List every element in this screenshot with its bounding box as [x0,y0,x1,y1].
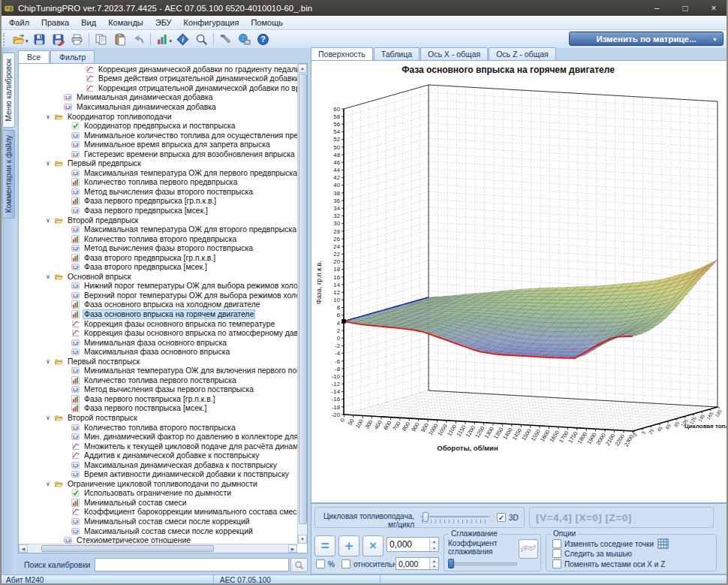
search-input[interactable] [95,558,289,571]
tree-item[interactable]: Использовать ограничение по дымности [19,489,297,499]
undo-icon[interactable] [129,32,148,47]
tree-item[interactable]: 12Максимальная динамическая добавка [19,102,297,112]
search-button[interactable] [290,558,308,572]
slider-thumb[interactable] [448,559,454,568]
tree-folder[interactable]: ∨Второй поствпрыск [19,413,297,423]
tree-item[interactable]: Фаза первого предвпрыска [гр.п.к.в.] [19,197,297,207]
percent-checkbox[interactable]: % [316,559,335,568]
tree-item[interactable]: 12Максимальный состав смеси после коррек… [19,526,297,536]
tree-item[interactable]: Количество топлива первого предвпрыска [19,178,297,188]
tree-item[interactable]: 12Время активности динамической добавки … [19,470,297,480]
tree-item[interactable]: 12Верхний порог температуры ОЖ для выбор… [19,291,297,300]
smoothing-slider[interactable] [448,559,517,569]
tree-item[interactable]: 12Фаза второго предвпрыска [мсек.] [19,262,297,272]
tree-item[interactable]: Коррекция отрицательной динамической доб… [19,83,297,93]
chevron-expanded-icon[interactable]: ∨ [46,113,55,120]
tree-item[interactable]: Фаза второго предвпрыска [гр.п.к.в.] [19,253,297,263]
menu-item-Файл[interactable]: Файл [3,17,35,29]
option-checkbox-2[interactable]: Поменять местами оси X и Z [552,559,665,568]
copy-icon[interactable] [92,32,110,47]
network-icon[interactable] [235,32,254,47]
chevron-expanded-icon[interactable]: ∨ [46,415,55,421]
tree-item[interactable]: Коррекция фазы основного впрыска по атмо… [19,328,297,338]
save-as-icon[interactable] [49,32,68,47]
tab-Ось Z - общая[interactable]: Ось Z - общая [489,47,556,60]
tree-item[interactable]: 12Стехиометрическое отношение [19,535,297,544]
spin-up-icon[interactable]: ▲ [430,558,438,564]
tree-item[interactable]: Множитель к текущей цикловой подаче для … [19,442,297,451]
scrollbar-thumb[interactable] [41,545,214,552]
tree-item[interactable]: 12Минимальное время впрыска для запрета … [19,140,297,149]
tree-item[interactable]: Количество топлива второго предвпрыска [19,234,297,244]
tree-item[interactable]: Фаза первого поствпрыска [гр.п.к.в.] [19,394,297,404]
apply-smoothing-button[interactable] [519,539,538,559]
tree-item[interactable]: Коррекция фазы основного впрыска по темп… [19,319,297,329]
menu-item-Вид[interactable]: Вид [75,17,102,29]
tree-folder[interactable]: ∨Первый поствпрыск [19,357,297,366]
tree-item[interactable]: 12Метод вычисления фазы второго поствпры… [19,243,297,253]
tree-item[interactable]: 12Минимальная динамическая добавка [19,93,297,103]
tools-icon[interactable] [216,32,235,47]
spin-down-icon[interactable]: ▼ [430,544,438,551]
scroll-left-icon[interactable]: ◀ [19,544,28,553]
scroll-right-icon[interactable]: ▶ [288,544,297,553]
3d-checkbox[interactable]: ✓3D [497,513,519,522]
option-checkbox-0[interactable]: Изменять соседние точки [552,538,669,549]
tree-item[interactable]: Минимальный состав смеси [19,498,297,508]
chevron-expanded-icon[interactable]: ∨ [46,481,55,487]
tree-item[interactable]: Коррекция динамической добавки по градие… [19,65,297,74]
spin-up-icon[interactable]: ▲ [430,538,438,544]
tree-item[interactable]: 12Максимальная фаза основного впрыска [19,347,297,357]
chevron-expanded-icon[interactable]: ∨ [46,358,55,365]
tree-item[interactable]: Фаза основного впрыска на горячем двигат… [19,309,297,319]
spin-down-icon[interactable]: ▼ [430,564,438,570]
tree-item[interactable]: 12Минимальная температура ОЖ для включен… [19,366,297,376]
tree-vertical-scrollbar[interactable]: ▲ ▼ [297,64,307,544]
tree-item[interactable]: Фаза основного впрыска на холодном двига… [19,300,297,310]
zoom-icon[interactable] [192,32,211,47]
tab-Поверхность[interactable]: Поверхность [311,47,373,60]
chevron-expanded-icon[interactable]: ∨ [46,217,55,224]
menu-item-Правка[interactable]: Правка [35,17,75,29]
tab-Ось X - общая[interactable]: Ось X - общая [420,47,488,60]
edit-by-matrix-button[interactable]: Изменить по матрице... ▼ [569,32,723,46]
tree-horizontal-scrollbar[interactable]: ◀ ▶ [19,544,297,553]
tree-item[interactable]: Время действия отрицательной динамическо… [19,74,297,84]
info-icon[interactable]: i [173,32,192,47]
add-value-button[interactable]: + [338,535,359,556]
relative-checkbox[interactable]: относительно [341,559,401,568]
menu-item-Команды[interactable]: Команды [102,17,149,29]
scrollbar-thumb[interactable] [299,74,307,524]
tree-item[interactable]: 12Максимальная температура ОЖ для второг… [19,225,297,234]
set-value-button[interactable]: = [314,535,335,556]
chevron-expanded-icon[interactable]: ∨ [46,273,55,280]
tree-folder[interactable]: ∨Второй предвпрыск [19,216,297,225]
tree-folder[interactable]: ∨Основной впрыск [19,272,297,282]
menu-item-Конфигурация[interactable]: Конфигурация [178,17,245,29]
menu-item-Помощь[interactable]: Помощь [245,17,289,29]
tree-item[interactable]: 12Минимальный состав смеси после коррекц… [19,517,297,526]
chevron-down-icon[interactable]: ▾ [170,38,173,44]
tree-item[interactable]: Аддитив к динамической добавке к поствпр… [19,451,297,460]
tree-item[interactable]: Фаза первого поствпрыска [мсек.] [19,404,297,414]
tree-item[interactable]: 12Гистерезис времени впрыска для возобно… [19,149,297,159]
side-tab-file-comments[interactable]: Комментарии к файлу [2,130,15,219]
close-icon[interactable]: × [699,0,728,16]
minimize-icon[interactable]: – [642,0,671,16]
tree-item[interactable]: 12Минимальное количество топлива для осу… [19,131,297,140]
scroll-down-icon[interactable]: ▼ [298,535,307,544]
print-icon[interactable] [68,32,86,47]
tree-tab-Все[interactable]: Все [18,50,50,63]
slider-thumb[interactable] [423,512,429,522]
chevron-expanded-icon[interactable]: ∨ [46,160,55,167]
tree-item[interactable]: Коэффициент барокоррекции минимального с… [19,508,297,517]
tree-item[interactable]: 12Нижний порог температуры ОЖ для выбора… [19,282,297,291]
tree-folder[interactable]: ∨Первый предвпрыск [19,158,297,168]
tree-item[interactable]: 12Количество топлива второго поствпрыска [19,423,297,433]
option-checkbox-1[interactable]: Следить за мышью [552,549,632,558]
fuel-slider[interactable] [420,512,489,524]
value-spinner[interactable]: 0,000 ▲▼ [387,537,439,552]
tree-item[interactable]: Количество топлива первого поствпрыска [19,375,297,385]
tree-item[interactable]: 12Минимальная фаза основного впрыска [19,338,297,348]
tree-folder[interactable]: ∨Координатор топливоподачи [19,112,297,122]
